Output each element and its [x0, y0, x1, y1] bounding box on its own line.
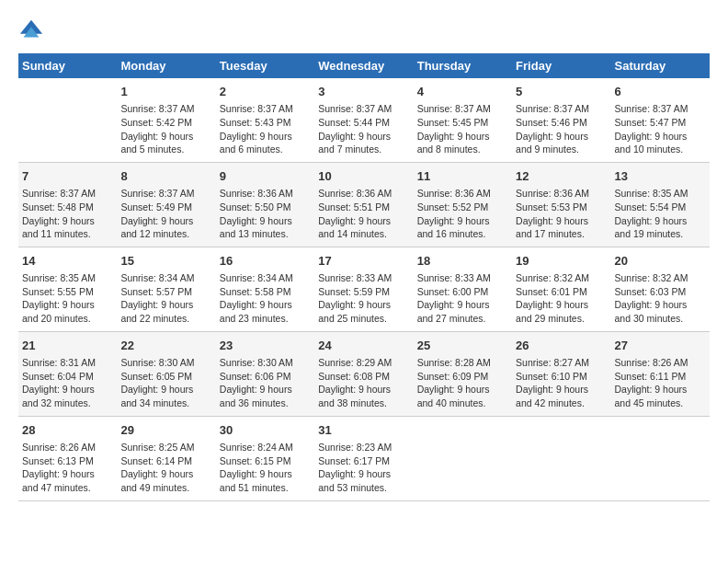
calendar-cell: 25Sunrise: 8:28 AMSunset: 6:09 PMDayligh…: [414, 331, 512, 416]
calendar-cell: 6Sunrise: 8:37 AMSunset: 5:47 PMDaylight…: [611, 78, 710, 162]
day-number: 4: [417, 84, 508, 100]
week-row-4: 21Sunrise: 8:31 AMSunset: 6:04 PMDayligh…: [18, 331, 710, 416]
day-number: 3: [318, 84, 409, 100]
day-info: Sunrise: 8:34 AMSunset: 5:58 PMDaylight:…: [220, 271, 311, 326]
day-number: 8: [120, 168, 211, 185]
day-number: 28: [22, 422, 113, 439]
calendar-cell: [512, 416, 610, 500]
day-number: 18: [417, 253, 508, 270]
day-info: Sunrise: 8:25 AMSunset: 6:14 PMDaylight:…: [120, 441, 211, 495]
calendar-cell: 10Sunrise: 8:36 AMSunset: 5:51 PMDayligh…: [314, 162, 413, 247]
day-number: 23: [220, 338, 311, 354]
calendar-cell: 2Sunrise: 8:37 AMSunset: 5:43 PMDaylight…: [216, 78, 314, 162]
calendar-cell: 21Sunrise: 8:31 AMSunset: 6:04 PMDayligh…: [18, 331, 117, 416]
week-row-3: 14Sunrise: 8:35 AMSunset: 5:55 PMDayligh…: [18, 247, 710, 331]
day-number: 22: [120, 338, 211, 354]
calendar-cell: 23Sunrise: 8:30 AMSunset: 6:06 PMDayligh…: [216, 331, 314, 416]
calendar-cell: 19Sunrise: 8:32 AMSunset: 6:01 PMDayligh…: [512, 247, 610, 331]
weekday-header-thursday: Thursday: [414, 53, 512, 78]
calendar-cell: [18, 78, 117, 162]
weekday-header-monday: Monday: [117, 53, 215, 78]
day-info: Sunrise: 8:37 AMSunset: 5:45 PMDaylight:…: [417, 102, 508, 156]
day-number: 1: [120, 84, 211, 100]
calendar-cell: 9Sunrise: 8:36 AMSunset: 5:50 PMDaylight…: [216, 162, 314, 247]
calendar-cell: 15Sunrise: 8:34 AMSunset: 5:57 PMDayligh…: [117, 247, 215, 331]
day-info: Sunrise: 8:30 AMSunset: 6:05 PMDaylight:…: [120, 356, 211, 410]
day-info: Sunrise: 8:36 AMSunset: 5:51 PMDaylight:…: [318, 187, 409, 241]
day-number: 31: [318, 422, 409, 439]
calendar-cell: [414, 416, 512, 500]
calendar-cell: 22Sunrise: 8:30 AMSunset: 6:05 PMDayligh…: [117, 331, 215, 416]
day-number: 21: [22, 338, 113, 354]
day-info: Sunrise: 8:37 AMSunset: 5:44 PMDaylight:…: [318, 102, 409, 156]
calendar-cell: 4Sunrise: 8:37 AMSunset: 5:45 PMDaylight…: [414, 78, 512, 162]
calendar-cell: 20Sunrise: 8:32 AMSunset: 6:03 PMDayligh…: [611, 247, 710, 331]
calendar-cell: 8Sunrise: 8:37 AMSunset: 5:49 PMDaylight…: [117, 162, 215, 247]
day-number: 14: [22, 253, 113, 270]
calendar-cell: 18Sunrise: 8:33 AMSunset: 6:00 PMDayligh…: [414, 247, 512, 331]
logo: [18, 18, 48, 44]
day-number: 11: [417, 168, 508, 185]
weekday-header-tuesday: Tuesday: [216, 53, 314, 78]
day-info: Sunrise: 8:35 AMSunset: 5:55 PMDaylight:…: [22, 271, 113, 326]
day-info: Sunrise: 8:35 AMSunset: 5:54 PMDaylight:…: [615, 187, 706, 241]
calendar-table: SundayMondayTuesdayWednesdayThursdayFrid…: [18, 53, 710, 501]
day-number: 20: [615, 253, 706, 270]
calendar-cell: 27Sunrise: 8:26 AMSunset: 6:11 PMDayligh…: [611, 331, 710, 416]
calendar-cell: 3Sunrise: 8:37 AMSunset: 5:44 PMDaylight…: [314, 78, 413, 162]
calendar-cell: 28Sunrise: 8:26 AMSunset: 6:13 PMDayligh…: [18, 416, 117, 500]
day-info: Sunrise: 8:26 AMSunset: 6:11 PMDaylight:…: [615, 356, 706, 410]
day-number: 30: [220, 422, 311, 439]
weekday-header-sunday: Sunday: [18, 53, 117, 78]
day-info: Sunrise: 8:28 AMSunset: 6:09 PMDaylight:…: [417, 356, 508, 410]
day-number: 5: [516, 84, 607, 100]
day-number: 10: [318, 168, 409, 185]
day-number: 13: [615, 168, 706, 185]
calendar-cell: 7Sunrise: 8:37 AMSunset: 5:48 PMDaylight…: [18, 162, 117, 247]
day-info: Sunrise: 8:32 AMSunset: 6:03 PMDaylight:…: [615, 271, 706, 326]
week-row-2: 7Sunrise: 8:37 AMSunset: 5:48 PMDaylight…: [18, 162, 710, 247]
weekday-header-row: SundayMondayTuesdayWednesdayThursdayFrid…: [18, 53, 710, 78]
calendar-cell: 13Sunrise: 8:35 AMSunset: 5:54 PMDayligh…: [611, 162, 710, 247]
day-number: 12: [516, 168, 607, 185]
day-number: 7: [22, 168, 113, 185]
day-info: Sunrise: 8:23 AMSunset: 6:17 PMDaylight:…: [318, 441, 409, 495]
day-info: Sunrise: 8:37 AMSunset: 5:42 PMDaylight:…: [120, 102, 211, 156]
day-info: Sunrise: 8:34 AMSunset: 5:57 PMDaylight:…: [120, 271, 211, 326]
calendar-cell: [611, 416, 710, 500]
calendar-cell: 1Sunrise: 8:37 AMSunset: 5:42 PMDaylight…: [117, 78, 215, 162]
calendar-cell: 16Sunrise: 8:34 AMSunset: 5:58 PMDayligh…: [216, 247, 314, 331]
day-number: 17: [318, 253, 409, 270]
calendar-cell: 30Sunrise: 8:24 AMSunset: 6:15 PMDayligh…: [216, 416, 314, 500]
weekday-header-wednesday: Wednesday: [314, 53, 413, 78]
day-number: 27: [615, 338, 706, 354]
calendar-cell: 11Sunrise: 8:36 AMSunset: 5:52 PMDayligh…: [414, 162, 512, 247]
day-info: Sunrise: 8:36 AMSunset: 5:52 PMDaylight:…: [417, 187, 508, 241]
day-info: Sunrise: 8:37 AMSunset: 5:47 PMDaylight:…: [615, 102, 706, 156]
day-info: Sunrise: 8:30 AMSunset: 6:06 PMDaylight:…: [220, 356, 311, 410]
day-info: Sunrise: 8:33 AMSunset: 5:59 PMDaylight:…: [318, 271, 409, 326]
day-number: 29: [120, 422, 211, 439]
calendar-cell: 29Sunrise: 8:25 AMSunset: 6:14 PMDayligh…: [117, 416, 215, 500]
week-row-1: 1Sunrise: 8:37 AMSunset: 5:42 PMDaylight…: [18, 78, 710, 162]
day-info: Sunrise: 8:37 AMSunset: 5:49 PMDaylight:…: [120, 187, 211, 241]
day-info: Sunrise: 8:36 AMSunset: 5:50 PMDaylight:…: [220, 187, 311, 241]
calendar-cell: 17Sunrise: 8:33 AMSunset: 5:59 PMDayligh…: [314, 247, 413, 331]
weekday-header-saturday: Saturday: [611, 53, 710, 78]
day-info: Sunrise: 8:24 AMSunset: 6:15 PMDaylight:…: [220, 441, 311, 495]
day-info: Sunrise: 8:37 AMSunset: 5:43 PMDaylight:…: [220, 102, 311, 156]
day-info: Sunrise: 8:31 AMSunset: 6:04 PMDaylight:…: [22, 356, 113, 410]
day-info: Sunrise: 8:36 AMSunset: 5:53 PMDaylight:…: [516, 187, 607, 241]
day-number: 24: [318, 338, 409, 354]
day-number: 9: [220, 168, 311, 185]
day-number: 2: [220, 84, 311, 100]
day-info: Sunrise: 8:27 AMSunset: 6:10 PMDaylight:…: [516, 356, 607, 410]
day-number: 25: [417, 338, 508, 354]
day-number: 26: [516, 338, 607, 354]
weekday-header-friday: Friday: [512, 53, 610, 78]
calendar-cell: 5Sunrise: 8:37 AMSunset: 5:46 PMDaylight…: [512, 78, 610, 162]
day-number: 19: [516, 253, 607, 270]
day-info: Sunrise: 8:32 AMSunset: 6:01 PMDaylight:…: [516, 271, 607, 326]
day-info: Sunrise: 8:26 AMSunset: 6:13 PMDaylight:…: [22, 441, 113, 495]
day-number: 16: [220, 253, 311, 270]
